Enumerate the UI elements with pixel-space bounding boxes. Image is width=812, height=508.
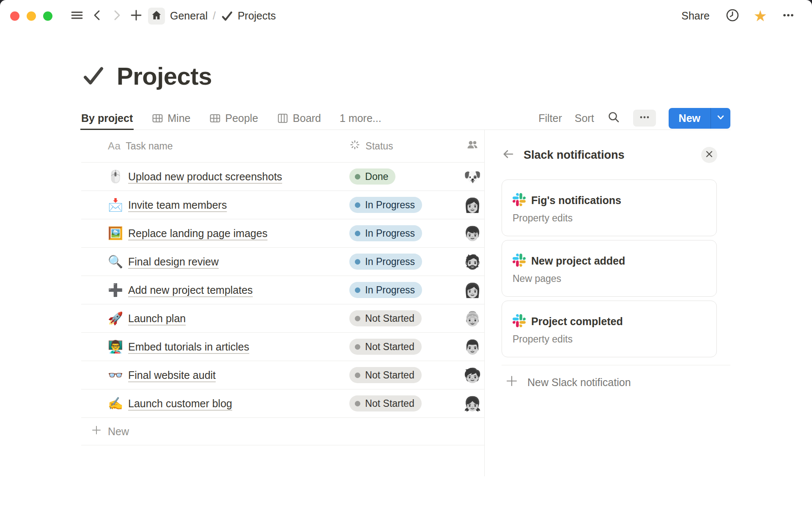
table-row[interactable]: 👨‍🏫 Embed tutorials in articles Not Star… (81, 333, 484, 361)
woman-dark-hair-avatar[interactable]: 👩 (464, 197, 480, 213)
table-view-icon (151, 112, 164, 124)
breadcrumb-root[interactable]: General (170, 10, 208, 22)
close-window-button[interactable] (10, 11, 19, 21)
breadcrumb-page[interactable]: Projects (238, 10, 276, 22)
task-link[interactable]: Final design review (128, 256, 219, 268)
page-check-icon[interactable] (81, 64, 106, 88)
status-badge[interactable]: In Progress (349, 254, 422, 270)
home-button[interactable] (148, 8, 165, 25)
bald-man-avatar[interactable]: 👨 (464, 339, 480, 355)
home-icon (151, 10, 162, 22)
task-link[interactable]: Embed tutorials in articles (128, 341, 249, 353)
status-badge[interactable]: In Progress (349, 197, 422, 213)
view-tab-1-more-[interactable]: 1 more... (340, 106, 381, 130)
status-burst-icon (349, 139, 360, 153)
status-label: In Progress (365, 228, 415, 239)
favorite-button[interactable]: ★ (752, 8, 769, 25)
share-button[interactable]: Share (678, 8, 713, 24)
new-slack-notification-button[interactable]: New Slack notification (502, 374, 730, 391)
view-tab-label: Board (293, 112, 321, 124)
slack-notification-card[interactable]: Project completed Property edits (502, 301, 717, 357)
status-badge[interactable]: In Progress (349, 282, 422, 298)
slack-logo-icon (513, 193, 526, 208)
task-link[interactable]: Invite team members (128, 199, 227, 211)
curly-hair-avatar[interactable]: 👦 (464, 225, 480, 241)
older-woman-glasses-avatar[interactable]: 👵 (464, 310, 480, 326)
task-link[interactable]: Launch plan (128, 312, 186, 325)
filter-button[interactable]: Filter (538, 112, 562, 124)
table-row[interactable]: ✍️ Launch customer blog Not Started 👧 (81, 389, 484, 418)
table-row[interactable]: 🖱️ Upload new product screenshots Done 🐶 (81, 163, 484, 191)
status-badge[interactable]: Not Started (349, 339, 421, 355)
plus-icon (91, 425, 102, 438)
notification-card-subtitle: Property edits (513, 213, 716, 224)
task-link[interactable]: Replace landing page images (128, 227, 267, 240)
task-link[interactable]: Add new project templates (128, 284, 253, 296)
girl-dark-hair-avatar[interactable]: 👧 (464, 395, 480, 411)
status-label: In Progress (365, 256, 415, 268)
table-header-row: Aa Task name Status (81, 130, 484, 163)
table-row[interactable]: 🖼️ Replace landing page images In Progre… (81, 219, 484, 248)
status-dot-icon (355, 401, 360, 406)
column-header-status[interactable]: Status (365, 141, 393, 152)
status-badge[interactable]: Not Started (349, 310, 421, 326)
chevron-left-icon (91, 9, 103, 23)
new-button[interactable]: New (669, 108, 710, 129)
status-badge[interactable]: Not Started (349, 367, 421, 383)
sketch-child-avatar[interactable]: 🧒 (464, 367, 480, 383)
table-row[interactable]: ➕ Add new project templates In Progress … (81, 276, 484, 304)
task-link[interactable]: Upload new product screenshots (128, 171, 282, 183)
tasks-table: Aa Task name Status (0, 130, 485, 476)
new-task-label: New (108, 425, 129, 438)
framed-picture-emoji: 🖼️ (108, 226, 123, 241)
new-dropdown-button[interactable] (710, 108, 730, 129)
table-row[interactable]: 🔍 Final design review In Progress 🧔 (81, 248, 484, 276)
bearded-man-glasses-avatar[interactable]: 🧔 (464, 254, 480, 270)
search-button[interactable] (607, 110, 620, 126)
column-header-task-name[interactable]: Task name (126, 141, 173, 152)
star-icon: ★ (754, 8, 767, 24)
new-page-button[interactable] (128, 8, 145, 25)
view-tab-people[interactable]: People (209, 106, 258, 130)
panel-back-button[interactable] (502, 147, 515, 163)
app-window: General / Projects Share ★ (0, 0, 812, 508)
view-tab-mine[interactable]: Mine (151, 106, 190, 130)
text-type-icon: Aa (108, 140, 121, 152)
notification-card-title: New project added (531, 255, 625, 267)
task-link[interactable]: Final website audit (128, 369, 216, 381)
status-dot-icon (355, 344, 360, 350)
new-task-row[interactable]: New (81, 418, 484, 445)
zoom-window-button[interactable] (43, 11, 52, 21)
task-link[interactable]: Launch customer blog (128, 398, 232, 410)
status-badge[interactable]: Not Started (349, 395, 421, 411)
status-badge[interactable]: Done (349, 168, 395, 185)
panel-close-button[interactable] (701, 147, 717, 163)
status-label: Not Started (365, 313, 414, 324)
notification-card-title: Fig's notifications (531, 194, 621, 207)
status-label: In Progress (365, 284, 415, 296)
view-tab-board[interactable]: Board (277, 106, 321, 130)
status-dot-icon (355, 316, 360, 321)
table-row[interactable]: 🚀 Launch plan Not Started 👵 (81, 304, 484, 333)
hamburger-icon (70, 8, 84, 24)
more-options-button[interactable] (780, 8, 797, 25)
sidebar-menu-button[interactable] (69, 8, 85, 25)
woman-side-bun-avatar[interactable]: 👩 (464, 282, 480, 298)
dog-sketch-avatar[interactable]: 🐶 (464, 168, 480, 185)
table-row[interactable]: 📩 Invite team members In Progress 👩 (81, 191, 484, 219)
back-button[interactable] (89, 8, 106, 25)
slack-notification-card[interactable]: New project added New pages (502, 240, 717, 297)
slack-notification-card[interactable]: Fig's notifications Property edits (502, 179, 717, 236)
status-dot-icon (355, 202, 360, 208)
view-options-button[interactable] (633, 110, 656, 127)
forward-button[interactable] (108, 8, 125, 25)
updates-clock-button[interactable] (724, 8, 741, 25)
view-tab-by-project[interactable]: By project (81, 106, 133, 130)
minimize-window-button[interactable] (27, 11, 36, 21)
view-tab-label: 1 more... (340, 112, 381, 124)
table-row[interactable]: 👓 Final website audit Not Started 🧒 (81, 361, 484, 389)
status-badge[interactable]: In Progress (349, 225, 422, 241)
notification-card-subtitle: Property edits (513, 334, 716, 345)
sort-button[interactable]: Sort (575, 112, 594, 124)
close-icon (705, 150, 713, 160)
